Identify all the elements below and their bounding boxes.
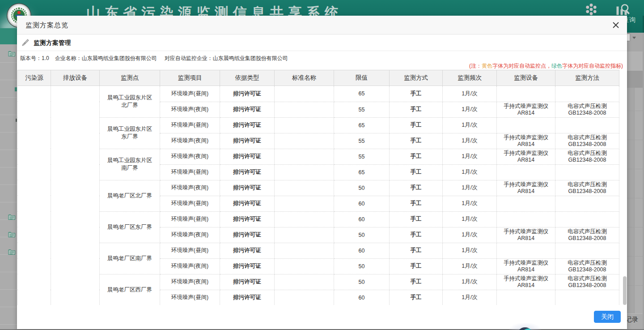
monitor-item-cell: 环境噪声(昼间) [160, 243, 220, 258]
standard-name-cell [275, 227, 334, 243]
monitor-item-cell: 环境噪声(昼间) [160, 290, 220, 305]
monitor-method-cell [555, 196, 619, 211]
monitor-method-cell [555, 211, 619, 227]
column-header: 监测方法 [555, 70, 619, 86]
folder-icon[interactable] [8, 50, 16, 57]
monitor-mode-cell: 手工 [390, 86, 443, 102]
monitor-frequency-cell: 1月/次 [443, 243, 497, 258]
limit-value-cell: 60 [334, 290, 390, 305]
monitor-frequency-cell: 1月/次 [443, 117, 497, 133]
column-header: 限值 [334, 70, 390, 86]
monitor-item-cell: 环境噪声(夜间) [160, 133, 220, 149]
monitor-frequency-cell: 1月/次 [443, 196, 497, 211]
column-header: 排放设备 [51, 70, 100, 86]
monitor-point-cell: 晨鸣老厂区东厂界 [100, 211, 160, 243]
bg-row-line [627, 198, 643, 198]
limit-value-cell: 50 [334, 180, 390, 196]
monitor-frequency-cell: 1月/次 [443, 227, 497, 243]
sidebar-item-divider [0, 307, 17, 307]
bg-column-line [634, 88, 635, 313]
monitor-method-cell [555, 164, 619, 180]
plan-table: 污染源排放设备监测点监测项目依据类型标准名称限值监测方式监测频次监测设备监测方法… [17, 70, 619, 306]
monitor-method-cell [555, 243, 619, 258]
column-header: 监测项目 [160, 70, 220, 86]
table-row: 晨鸣工业园东片区东厂界环境噪声(昼间)排污许可证65手工1月/次 [18, 117, 619, 133]
sidebar-item-divider [0, 132, 17, 133]
basis-type-cell: 排污许可证 [220, 133, 275, 149]
pollution-source-cell [18, 86, 51, 305]
basis-type-cell: 排污许可证 [220, 258, 275, 274]
section-title: 监测方案管理 [34, 35, 71, 51]
monitor-device-cell [497, 196, 555, 211]
monitoring-plan-modal: 监测方案总览 监测方案管理 版本号：1.0企业名称：山东晨鸣纸业集团股份有限公司… [17, 16, 627, 329]
auto-company-text: 对应自动监控企业：山东晨鸣纸业集团股份有限公司 [165, 55, 288, 61]
monitor-method-cell: 电容式声压检测GB12348-2008 [555, 258, 619, 274]
monitor-method-cell: 电容式声压检测GB12348-2008 [555, 227, 619, 243]
basis-type-cell: 排污许可证 [220, 117, 275, 133]
monitor-device-cell: 手持式噪声监测仪AR814 [497, 258, 555, 274]
discharge-device-cell [51, 86, 100, 305]
folder-icon[interactable] [8, 249, 16, 255]
bg-panel-fragment [627, 51, 644, 71]
standard-name-cell [275, 117, 334, 133]
close-button[interactable]: 关闭 [594, 311, 621, 323]
basis-type-cell: 排污许可证 [220, 196, 275, 211]
standard-name-cell [275, 149, 334, 164]
table-row: 晨鸣老厂区南厂界环境噪声(昼间)排污许可证60手工1月/次 [18, 243, 619, 258]
standard-name-cell [275, 164, 334, 180]
monitor-item-cell: 环境噪声(昼间) [160, 86, 220, 102]
modal-scrollbar-thumb[interactable] [623, 276, 627, 305]
modal-title: 监测方案总览 [25, 16, 68, 34]
limit-value-cell: 60 [334, 196, 390, 211]
monitor-mode-cell: 手工 [390, 149, 443, 164]
monitor-method-cell: 电容式声压检测GB12348-2008 [555, 102, 619, 117]
apps-dots-icon[interactable] [585, 3, 597, 16]
monitor-point-cell: 晨鸣老厂区北厂界 [100, 180, 160, 211]
monitor-frequency-cell: 1月/次 [443, 86, 497, 102]
bg-dropdown-caret-icon [632, 37, 636, 39]
modal-info-row: 版本号：1.0企业名称：山东晨鸣纸业集团股份有限公司对应自动监控企业：山东晨鸣纸… [17, 51, 627, 70]
note-yellow: 黄色 [482, 63, 492, 69]
limit-value-cell: 65 [334, 117, 390, 133]
monitor-mode-cell: 手工 [390, 258, 443, 274]
monitor-device-cell: 手持式噪声监测仪AR814 [497, 180, 555, 196]
monitor-device-cell [497, 164, 555, 180]
sidebar-item-divider [0, 97, 17, 98]
bg-table-rows-fragment [627, 88, 643, 313]
standard-name-cell [275, 274, 334, 290]
basis-type-cell: 排污许可证 [220, 290, 275, 305]
table-row: 晨鸣老厂区西厂界环境噪声(夜间)排污许可证50手工1月/次手持式噪声监测仪AR8… [18, 274, 619, 290]
monitor-item-cell: 环境噪声(夜间) [160, 149, 220, 164]
monitor-point-cell: 晨鸣工业园东片区东厂界 [100, 117, 160, 149]
modal-close-icon[interactable] [610, 20, 621, 30]
folder-icon[interactable] [8, 231, 16, 238]
bg-row-line [627, 256, 643, 257]
modal-section-header: 监测方案管理 [17, 35, 627, 51]
basis-type-cell: 排污许可证 [220, 164, 275, 180]
monitor-mode-cell: 手工 [390, 196, 443, 211]
bg-row-line [627, 169, 643, 169]
standard-name-cell [275, 290, 334, 305]
monitor-mode-cell: 手工 [390, 117, 443, 133]
monitor-frequency-cell: 1月/次 [443, 149, 497, 164]
standard-name-cell [275, 258, 334, 274]
plan-table-header: 污染源排放设备监测点监测项目依据类型标准名称限值监测方式监测频次监测设备监测方法 [17, 70, 619, 86]
column-header: 监测方式 [390, 70, 443, 86]
sidebar-item-divider [0, 80, 17, 80]
monitor-point-cell: 晨鸣老厂区南厂界 [100, 243, 160, 274]
bg-table-header-fragment [627, 71, 643, 88]
folder-icon[interactable] [8, 214, 16, 220]
monitor-method-cell: 电容式声压检测GB12348-2008 [555, 133, 619, 149]
monitor-item-cell: 环境噪声(夜间) [160, 102, 220, 117]
monitor-method-cell [555, 117, 619, 133]
monitor-device-cell [497, 117, 555, 133]
monitor-frequency-cell: 1月/次 [443, 164, 497, 180]
monitor-item-cell: 环境噪声(昼间) [160, 117, 220, 133]
sidebar-item-divider [0, 167, 17, 167]
monitor-mode-cell: 手工 [390, 274, 443, 290]
sidebar-item-divider [0, 289, 17, 290]
monitor-mode-cell: 手工 [390, 180, 443, 196]
sidebar-header [0, 28, 17, 44]
monitor-device-cell: 手持式噪声监测仪AR814 [497, 227, 555, 243]
column-header: 监测设备 [497, 70, 555, 86]
